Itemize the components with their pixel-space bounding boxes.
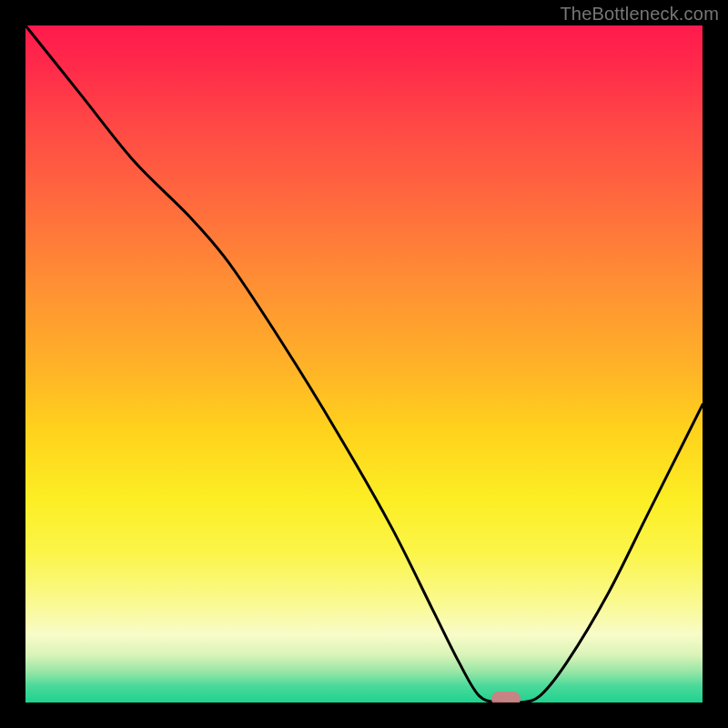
chart-frame: TheBottleneck.com xyxy=(0,0,728,728)
bottleneck-curve xyxy=(25,25,703,703)
optimal-point-marker xyxy=(491,692,521,703)
plot-area xyxy=(25,25,703,703)
watermark-text: TheBottleneck.com xyxy=(560,4,719,25)
curve-layer xyxy=(25,25,703,703)
